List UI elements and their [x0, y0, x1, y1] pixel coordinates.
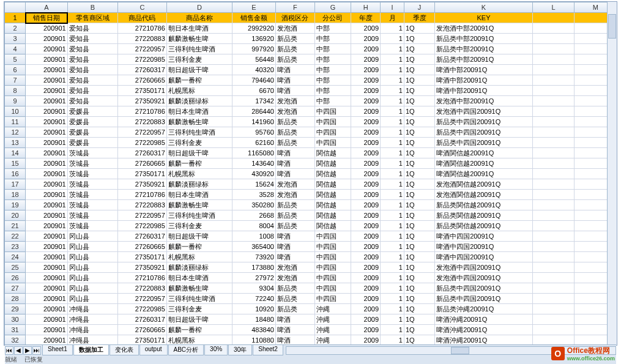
sheet-tab[interactable]: ABC分析	[168, 345, 204, 355]
cell[interactable]	[532, 179, 574, 190]
cell[interactable]: 中部	[314, 86, 351, 96]
cell[interactable]: 新品类	[275, 200, 314, 210]
cell[interactable]: 爱媛县	[67, 127, 117, 138]
cell[interactable]: 中四国	[314, 106, 351, 117]
row-header[interactable]: 6	[5, 65, 26, 75]
cell[interactable]: 冲绳县	[67, 314, 117, 325]
cell[interactable]: 200901	[26, 86, 67, 96]
cell[interactable]: 365400	[232, 242, 276, 252]
cell[interactable]: 200901	[26, 169, 67, 179]
cell[interactable]: 2009	[351, 148, 381, 158]
cell[interactable]: 1	[381, 252, 404, 262]
cell[interactable]: 新品类中部20091Q	[435, 34, 533, 44]
cell[interactable]: 1Q	[404, 86, 434, 96]
col-header-A[interactable]: A	[26, 2, 67, 13]
cell[interactable]: 新品类	[275, 304, 314, 314]
cell[interactable]: 新品类沖縄20091Q	[435, 304, 533, 314]
cell[interactable]: 新品类	[275, 210, 314, 221]
cell[interactable]: 200901	[26, 148, 67, 158]
cell[interactable]: 200901	[26, 179, 67, 190]
row-header[interactable]: 24	[5, 252, 26, 262]
cell[interactable]: 麒麟淡丽绿标	[166, 179, 232, 190]
cell[interactable]: 1Q	[404, 231, 434, 242]
cell[interactable]: 1Q	[404, 127, 434, 138]
cell[interactable]: 1	[381, 75, 404, 86]
cell[interactable]: 2009	[351, 86, 381, 96]
cell[interactable]: 1Q	[404, 283, 434, 294]
cell[interactable]: 发泡酒	[275, 190, 314, 200]
tab-prev-icon[interactable]: ◀	[14, 346, 23, 355]
col-header-F[interactable]: F	[275, 2, 314, 13]
cell[interactable]: 2009	[351, 179, 381, 190]
cell[interactable]: 新品类関信越20091Q	[435, 221, 533, 231]
header-cell-E[interactable]: 销售金额	[232, 13, 276, 23]
cell[interactable]: 関信越	[314, 179, 351, 190]
cell[interactable]: 27260317	[117, 231, 166, 242]
cell[interactable]: 関信越	[314, 190, 351, 200]
cell[interactable]: 200901	[26, 75, 67, 86]
cell[interactable]	[532, 75, 574, 86]
cell[interactable]: 冈山县	[67, 262, 117, 273]
cell[interactable]: 中部	[314, 44, 351, 54]
cell[interactable]: 1Q	[404, 96, 434, 106]
cell[interactable]: 啤酒中部20091Q	[435, 65, 533, 75]
row-header[interactable]: 20	[5, 210, 26, 221]
cell[interactable]: 110880	[232, 335, 276, 346]
cell[interactable]: 200901	[26, 283, 67, 294]
row-header[interactable]: 10	[5, 106, 26, 117]
cell[interactable]: 朝日本生啤酒	[166, 273, 232, 283]
row-header[interactable]: 1	[5, 13, 26, 23]
cell[interactable]: 200901	[26, 127, 67, 138]
row-header[interactable]: 4	[5, 44, 26, 54]
cell[interactable]: 1Q	[404, 75, 434, 86]
cell[interactable]: 1	[381, 54, 404, 65]
cell[interactable]: 爱媛县	[67, 138, 117, 148]
cell[interactable]: 200901	[26, 210, 67, 221]
cell[interactable]: 啤酒中四国20091Q	[435, 242, 533, 252]
header-cell-L[interactable]	[532, 13, 574, 23]
cell[interactable]: 朝日超级干啤	[166, 65, 232, 75]
cell[interactable]: 中四国	[314, 231, 351, 242]
cell[interactable]: 爱媛县	[67, 117, 117, 127]
cell[interactable]	[532, 54, 574, 65]
cell[interactable]: 2009	[351, 231, 381, 242]
cell[interactable]: 三得利纯生啤酒	[166, 44, 232, 54]
header-cell-A[interactable]: 销售日期	[26, 13, 67, 23]
row-header[interactable]: 22	[5, 231, 26, 242]
cell[interactable]: 三得利纯生啤酒	[166, 127, 232, 138]
cell[interactable]: 1	[381, 210, 404, 221]
row-header[interactable]: 16	[5, 169, 26, 179]
cell[interactable]: 1	[381, 117, 404, 127]
header-cell-G[interactable]: 分公司	[314, 13, 351, 23]
cell[interactable]: 1Q	[404, 65, 434, 75]
cell[interactable]: 200901	[26, 138, 67, 148]
cell[interactable]: 发泡酒	[275, 262, 314, 273]
cell[interactable]	[532, 210, 574, 221]
cell[interactable]: 三得利纯生啤酒	[166, 210, 232, 221]
cell[interactable]: 啤酒	[275, 148, 314, 158]
cell[interactable]: 札幌黑标	[166, 169, 232, 179]
cell[interactable]: 发泡酒	[275, 23, 314, 34]
cell[interactable]: 新品类	[275, 54, 314, 65]
cell[interactable]: 麒麟激畅生啤	[166, 283, 232, 294]
cell[interactable]: 三得利纯生啤酒	[166, 294, 232, 304]
cell[interactable]: 200901	[26, 34, 67, 44]
cell[interactable]: 2009	[351, 200, 381, 210]
cell[interactable]	[532, 314, 574, 325]
cell[interactable]: 200901	[26, 158, 67, 169]
cell[interactable]: 2009	[351, 294, 381, 304]
cell[interactable]: 新品类中四国20091Q	[435, 138, 533, 148]
cell[interactable]: 新品类	[275, 34, 314, 44]
cell[interactable]: 2009	[351, 34, 381, 44]
cell[interactable]: 新品类中四国20091Q	[435, 283, 533, 294]
cell[interactable]: 1	[381, 44, 404, 54]
cell[interactable]	[532, 335, 574, 346]
cell[interactable]: 62160	[232, 138, 276, 148]
cell[interactable]: 茨城县	[67, 200, 117, 210]
cell[interactable]: 2009	[351, 221, 381, 231]
cell[interactable]: 麒麟激畅生啤	[166, 200, 232, 210]
cell[interactable]: 2009	[351, 117, 381, 127]
cell[interactable]: 2009	[351, 169, 381, 179]
cell[interactable]: 新品类	[275, 138, 314, 148]
cell[interactable]: 141960	[232, 117, 276, 127]
